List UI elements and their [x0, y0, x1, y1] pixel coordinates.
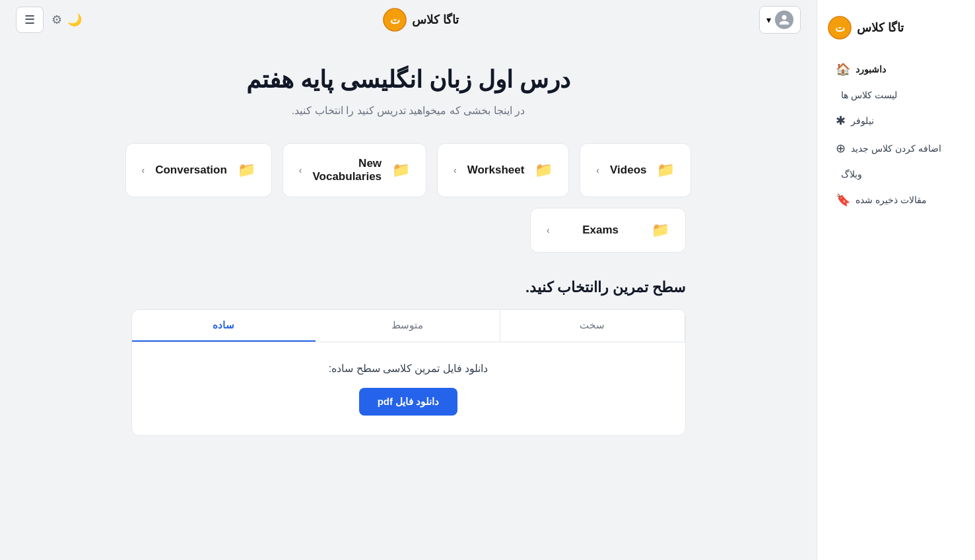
card-chevron-conversation: ›: [142, 165, 145, 175]
navbar-logo-icon: ت: [383, 8, 407, 32]
card-label-worksheet: Worksheet: [467, 164, 525, 177]
card-label-videos: Videos: [610, 164, 646, 177]
svg-text:ت: ت: [389, 14, 399, 26]
card-icon-exams: 📁: [652, 222, 669, 239]
download-button[interactable]: دانلود فایل pdf: [359, 388, 458, 416]
moon-icon[interactable]: 🌙: [67, 13, 82, 27]
level-content: دانلود فایل تمرین کلاسی سطح ساده: دانلود…: [132, 342, 685, 435]
sidebar-item-icon: ✱: [836, 113, 846, 128]
navbar-logo-text: تاگا کلاس: [412, 13, 459, 27]
theme-icons: 🌙 ⚙: [51, 13, 82, 27]
card-label-conversation: Conversation: [155, 164, 227, 177]
card-icon-worksheet: 📁: [535, 162, 553, 179]
navbar-right: 🌙 ⚙ ☰: [16, 7, 82, 33]
hamburger-button[interactable]: ☰: [16, 7, 44, 33]
sidebar-logo-icon: ت: [828, 16, 852, 40]
sidebar-item-label: مقالات ذخیره شده: [856, 195, 927, 205]
card-icon-videos: 📁: [657, 162, 675, 179]
sidebar: تاگا کلاس ت داشبورد 🏠 لیست کلاس ها نیلوف…: [817, 0, 975, 560]
sidebar-logo: تاگا کلاس ت: [828, 16, 964, 40]
card-chevron-exams: ›: [547, 225, 550, 235]
page-subtitle: در اینجا بخشی که میخواهید تدریس کنید را …: [131, 104, 686, 117]
sidebar-item-label: لیست کلاس ها: [841, 90, 897, 100]
navbar-center: تاگا کلاس ت: [383, 8, 459, 32]
level-tab-hard[interactable]: سخت: [500, 310, 685, 342]
avatar-icon: [775, 11, 793, 29]
sidebar-logo-text: تاگا کلاس: [857, 20, 904, 35]
sidebar-item-icon: 🔖: [836, 193, 850, 207]
sidebar-item-label: وبلاگ: [841, 169, 862, 179]
level-tab-easy[interactable]: ساده: [131, 310, 316, 342]
card-videos[interactable]: 📁 Videos ›: [580, 143, 691, 197]
card-exams[interactable]: 📁 Exams ›: [530, 208, 686, 253]
main-wrapper: ▾ تاگا کلاس ت 🌙 ⚙ ☰ درس اول زبان انگلیسی…: [0, 0, 817, 560]
avatar-button[interactable]: ▾: [759, 6, 801, 34]
avatar-chevron: ▾: [766, 15, 771, 25]
sidebar-item-class-list[interactable]: لیست کلاس ها: [828, 83, 964, 107]
card-chevron-worksheet: ›: [454, 165, 457, 175]
card-conversation[interactable]: 📁 Conversation ›: [125, 143, 272, 197]
sidebar-item-dashboard[interactable]: داشبورد 🏠: [828, 55, 964, 83]
sidebar-item-icon: ⊕: [836, 141, 846, 156]
card-worksheet[interactable]: 📁 Worksheet ›: [437, 143, 569, 197]
sidebar-item-label: نیلوفر: [851, 115, 874, 126]
sidebar-item-add-class[interactable]: اضافه کردن کلاس جدید ⊕: [828, 135, 964, 162]
level-tabs: سختمتوسطساده: [132, 310, 685, 342]
cards-row-1: 📁 Videos › 📁 Worksheet › 📁 New Vocabular…: [131, 143, 686, 197]
card-chevron-videos: ›: [596, 165, 599, 175]
sidebar-item-label: داشبورد: [856, 64, 886, 75]
level-title: سطح تمرین راانتخاب کنید.: [131, 279, 686, 296]
page-content: درس اول زبان انگلیسی پایه هفتم در اینجا …: [79, 40, 739, 560]
card-label-new-vocabularies: New Vocabularies: [313, 157, 382, 183]
cards-row-2: 📁 Exams ›: [131, 208, 686, 253]
card-icon-conversation: 📁: [238, 162, 255, 179]
svg-text:ت: ت: [835, 22, 845, 34]
sidebar-item-saved-articles[interactable]: مقالات ذخیره شده 🔖: [828, 186, 964, 214]
level-section: سطح تمرین راانتخاب کنید. سختمتوسطساده دا…: [131, 279, 686, 436]
sidebar-item-icon: 🏠: [836, 62, 850, 77]
level-tabs-container: سختمتوسطساده دانلود فایل تمرین کلاسی سطح…: [131, 309, 686, 436]
page-title: درس اول زبان انگلیسی پایه هفتم: [131, 66, 686, 94]
navbar: ▾ تاگا کلاس ت 🌙 ⚙ ☰: [0, 0, 817, 40]
card-new-vocabularies[interactable]: 📁 New Vocabularies ›: [283, 143, 426, 197]
sidebar-item-niloufar[interactable]: نیلوفر ✱: [828, 107, 964, 135]
card-icon-new-vocabularies: 📁: [392, 162, 410, 179]
sidebar-item-blog[interactable]: وبلاگ: [828, 162, 964, 186]
navbar-left: ▾: [759, 6, 801, 34]
card-label-exams: Exams: [582, 224, 619, 237]
sidebar-item-label: اضافه کردن کلاس جدید: [851, 143, 941, 154]
level-content-text: دانلود فایل تمرین کلاسی سطح ساده:: [152, 362, 665, 375]
sun-icon[interactable]: ⚙: [51, 13, 62, 27]
level-tab-medium[interactable]: متوسط: [316, 310, 500, 342]
card-chevron-new-vocabularies: ›: [299, 165, 302, 175]
